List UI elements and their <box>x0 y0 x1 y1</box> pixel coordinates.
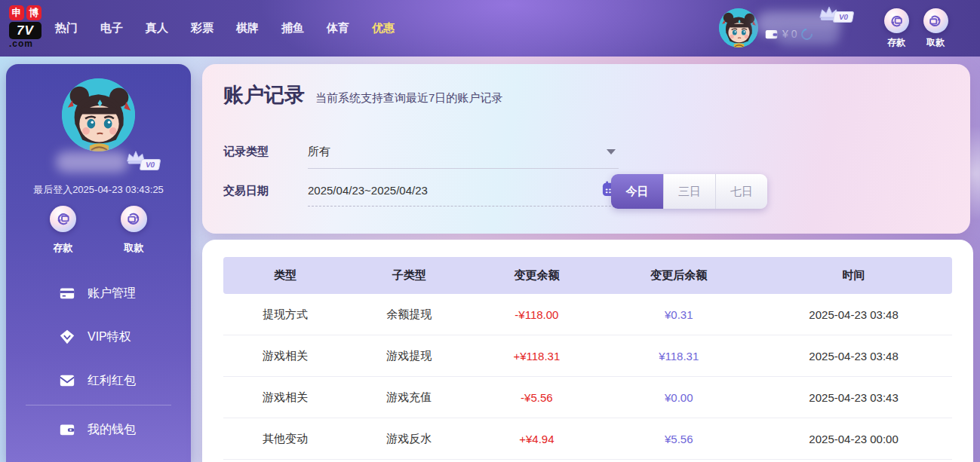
nav-item-cards[interactable]: 棋牌 <box>225 21 270 35</box>
row-subtype: 游戏提现 <box>347 349 471 363</box>
col-header-type: 类型 <box>223 268 347 283</box>
row-balance-after: ¥118.31 <box>602 350 755 363</box>
table-row: 其他变动 游戏反水 +¥4.94 ¥5.56 2025-04-23 00:00 <box>223 418 952 460</box>
date-range-label: 交易日期 <box>223 182 308 198</box>
row-change-amount: -¥118.00 <box>471 308 602 321</box>
date-range-filter: 交易日期 2025/04/23~2025/04/23 <box>223 182 619 207</box>
logo-text: 7V <box>9 22 41 39</box>
table-row: 游戏相关 游戏充值 -¥5.56 ¥0.00 2025-04-23 03:43 <box>223 377 952 418</box>
main-nav: 热门 电子 真人 彩票 棋牌 捕鱼 体育 优惠 <box>44 0 406 57</box>
withdraw-icon <box>121 206 147 232</box>
nav-item-live[interactable]: 真人 <box>134 21 180 35</box>
row-time: 2025-04-23 00:00 <box>755 433 952 445</box>
row-type: 游戏相关 <box>223 390 347 405</box>
page-subtitle: 当前系统支持查询最近7日的账户记录 <box>315 91 502 109</box>
record-type-select[interactable]: 所有 <box>308 142 619 169</box>
row-subtype: 余额提现 <box>347 307 471 322</box>
row-time: 2025-04-23 03:48 <box>755 308 952 321</box>
redacted-username <box>56 151 128 173</box>
sidebar-user-row: V0 <box>6 148 191 176</box>
record-type-filter: 记录类型 所有 <box>223 142 619 169</box>
table-row: 提现方式 余额提现 -¥118.00 ¥0.31 2025-04-23 03:4… <box>223 294 952 335</box>
sidebar: V0 最后登入2025-04-23 03:43:25 存款 取款 <box>6 64 191 462</box>
sidebar-actions: 存款 取款 <box>6 206 191 255</box>
sidebar-item-deposit-withdraw-details[interactable]: 充提明细 <box>6 451 191 462</box>
wallet-icon <box>59 421 75 438</box>
date-range-tabs: 今日 三日 七日 <box>611 174 767 209</box>
row-subtype: 游戏充值 <box>347 390 471 405</box>
row-change-amount: +¥4.94 <box>471 433 602 445</box>
menu-label: VIP特权 <box>88 329 131 345</box>
row-time: 2025-04-23 03:43 <box>755 391 952 404</box>
vip-level-badge: V0 <box>140 159 161 170</box>
records-table: 类型 子类型 变更余额 变更后余额 时间 提现方式 余额提现 -¥118.00 … <box>223 257 952 460</box>
date-range-value: 2025/04/23~2025/04/23 <box>308 184 428 197</box>
record-type-value: 所有 <box>308 145 330 158</box>
tab-seven-days[interactable]: 七日 <box>715 174 767 209</box>
nav-item-lottery[interactable]: 彩票 <box>180 21 225 35</box>
nav-item-slots[interactable]: 电子 <box>89 21 134 35</box>
nav-item-sports[interactable]: 体育 <box>315 21 361 35</box>
row-balance-after: ¥0.00 <box>602 391 755 404</box>
col-header-change: 变更余额 <box>471 268 602 283</box>
deposit-icon <box>884 8 909 33</box>
redacted-balance <box>777 29 839 45</box>
tab-today[interactable]: 今日 <box>611 174 663 209</box>
nav-item-promos[interactable]: 优惠 <box>361 21 406 35</box>
withdraw-icon <box>923 8 948 33</box>
sidebar-item-bonus-redpacket[interactable]: 红利红包 <box>6 359 191 402</box>
col-header-balance-after: 变更后余额 <box>602 268 755 283</box>
top-navbar: 申 博 7V .com 热门 电子 真人 彩票 棋牌 捕鱼 体育 优惠 V0 <box>0 0 980 57</box>
page-title: 账户记录 <box>223 81 305 109</box>
bank-card-icon <box>59 285 75 301</box>
account-records-screen: 申 博 7V .com 热门 电子 真人 彩票 棋牌 捕鱼 体育 优惠 V0 <box>0 0 980 462</box>
envelope-icon <box>59 372 75 389</box>
vip-level-badge: V0 <box>833 11 855 23</box>
menu-label: 我的钱包 <box>88 422 136 438</box>
avatar[interactable] <box>719 8 758 47</box>
withdraw-label: 取款 <box>110 241 158 255</box>
sidebar-avatar[interactable] <box>62 78 135 151</box>
nav-item-hot[interactable]: 热门 <box>44 21 89 35</box>
deposit-label: 存款 <box>875 36 917 49</box>
sidebar-item-vip-privileges[interactable]: VIP特权 <box>6 315 191 359</box>
row-subtype: 游戏反水 <box>347 432 471 446</box>
records-table-panel: 类型 子类型 变更余额 变更后余额 时间 提现方式 余额提现 -¥118.00 … <box>202 240 973 462</box>
topbar-deposit-button[interactable]: 存款 <box>875 8 917 49</box>
last-login-text: 最后登入2025-04-23 03:43:25 <box>6 183 191 197</box>
row-time: 2025-04-23 03:48 <box>755 350 952 363</box>
menu-divider <box>26 405 171 405</box>
menu-label: 账户管理 <box>88 286 136 301</box>
deposit-label: 存款 <box>39 241 88 255</box>
sidebar-item-my-wallet[interactable]: 我的钱包 <box>6 408 191 451</box>
logo-badge-left: 申 <box>9 5 24 20</box>
logo-badge-right: 博 <box>26 5 41 20</box>
row-type: 其他变动 <box>223 432 347 446</box>
table-header-row: 类型 子类型 变更余额 变更后余额 时间 <box>223 257 952 294</box>
records-header-panel: 账户记录 当前系统支持查询最近7日的账户记录 记录类型 所有 交易日期 2025… <box>202 64 970 234</box>
sidebar-item-account-management[interactable]: 账户管理 <box>6 271 191 315</box>
row-balance-after: ¥0.31 <box>602 308 755 321</box>
sidebar-withdraw-button[interactable]: 取款 <box>110 206 158 255</box>
title-row: 账户记录 当前系统支持查询最近7日的账户记录 <box>223 81 502 109</box>
chevron-down-icon[interactable] <box>607 149 616 155</box>
vip-gem-icon <box>59 329 75 345</box>
topbar-withdraw-button[interactable]: 取款 <box>914 8 957 49</box>
tab-three-days[interactable]: 三日 <box>663 174 715 209</box>
sidebar-menu: 账户管理 VIP特权 红利红包 <box>6 271 191 462</box>
nav-item-fishing[interactable]: 捕鱼 <box>270 21 315 35</box>
date-range-input[interactable]: 2025/04/23~2025/04/23 <box>308 182 619 207</box>
row-balance-after: ¥5.56 <box>602 433 755 445</box>
row-change-amount: +¥118.31 <box>471 350 602 363</box>
deposit-icon <box>50 206 76 232</box>
menu-label: 红利红包 <box>88 373 136 389</box>
withdraw-label: 取款 <box>914 36 957 49</box>
record-type-label: 记录类型 <box>223 142 308 159</box>
table-row: 游戏相关 游戏提现 +¥118.31 ¥118.31 2025-04-23 03… <box>223 335 952 377</box>
wallet-icon <box>765 29 778 39</box>
col-header-time: 时间 <box>755 268 952 283</box>
sidebar-deposit-button[interactable]: 存款 <box>39 206 88 255</box>
row-type: 游戏相关 <box>223 349 347 363</box>
col-header-subtype: 子类型 <box>347 268 471 283</box>
row-type: 提现方式 <box>223 307 347 322</box>
